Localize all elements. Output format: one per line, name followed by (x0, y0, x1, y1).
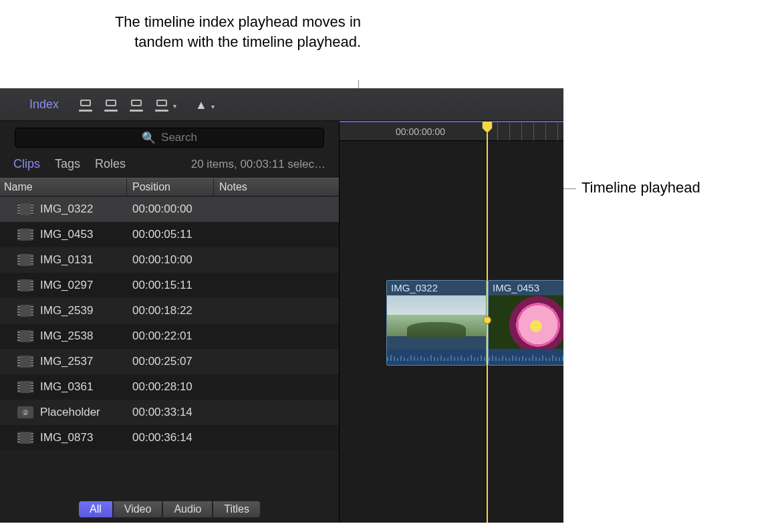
placeholder-icon: ② (17, 406, 33, 418)
clip-position: 00:00:33:14 (127, 406, 214, 419)
table-row[interactable]: IMG_029700:00:15:11 (0, 273, 339, 298)
index-summary: 20 items, 00:03:11 selec… (191, 158, 325, 171)
clip-name: IMG_2537 (40, 355, 93, 368)
search-icon: 🔍 (142, 131, 156, 145)
filmstrip-icon (17, 305, 33, 317)
clip-thumbnail (489, 295, 563, 349)
filter-titles[interactable]: Titles (213, 501, 261, 518)
table-row[interactable]: IMG_032200:00:00:00 (0, 196, 339, 222)
search-placeholder: Search (161, 131, 197, 144)
ruler-ticks (497, 122, 563, 140)
tab-tags[interactable]: Tags (55, 157, 80, 171)
clip-audio-waveform (387, 349, 486, 365)
filmstrip-icon (17, 229, 33, 241)
filmstrip-icon (17, 330, 33, 342)
clip-position: 00:00:05:11 (127, 228, 214, 241)
table-row[interactable]: IMG_253700:00:25:07 (0, 349, 339, 374)
column-headers: Name Position Notes (0, 178, 339, 196)
clip-name: Placeholder (40, 406, 100, 419)
filmstrip-icon (17, 432, 33, 444)
timeline-playhead[interactable] (487, 122, 488, 523)
clip-position: 00:00:15:11 (127, 279, 214, 292)
toolbar-icon-group: ▾ (78, 98, 170, 112)
clip-position: 00:00:36:14 (127, 431, 214, 444)
clip-position: 00:00:22:01 (127, 329, 214, 343)
playhead-marker-icon (483, 316, 491, 324)
index-rows: IMG_032200:00:00:00IMG_045300:00:05:11IM… (0, 196, 339, 496)
clip-name: IMG_2538 (40, 329, 93, 343)
track-area[interactable]: IMG_0322 IMG_0453 (340, 141, 563, 523)
col-notes[interactable]: Notes (214, 178, 339, 196)
insert-tool-icon[interactable] (78, 98, 94, 112)
chevron-down-icon: ▾ (173, 102, 176, 110)
search-input[interactable]: 🔍 Search (15, 128, 324, 148)
filmstrip-icon (17, 254, 33, 266)
ruler-start-timecode: 00:00:00:00 (396, 126, 445, 137)
table-row[interactable]: IMG_036100:00:28:10 (0, 374, 339, 400)
table-row[interactable]: IMG_253800:00:22:01 (0, 323, 339, 349)
index-tabs: Clips Tags Roles 20 items, 00:03:11 sele… (0, 152, 339, 178)
clip-label: IMG_0453 (493, 282, 539, 293)
clip-name: IMG_0453 (40, 228, 93, 241)
clip-name: IMG_2539 (40, 304, 93, 317)
clip-position: 00:00:00:00 (127, 203, 214, 216)
timeline-clip[interactable]: IMG_0322 (386, 280, 487, 366)
clip-thumbnail (387, 295, 486, 349)
clip-name: IMG_0322 (40, 203, 93, 216)
filter-video[interactable]: Video (113, 501, 163, 518)
table-row[interactable]: ②Placeholder00:00:33:14 (0, 400, 339, 425)
callout-top-text: The timeline index playhead moves in tan… (114, 12, 361, 51)
filmstrip-icon (17, 381, 33, 393)
overwrite-tool-icon[interactable] (128, 98, 144, 112)
clip-name: IMG_0361 (40, 380, 93, 394)
append-tool-icon[interactable] (103, 98, 119, 112)
timeline-clip[interactable]: IMG_0453 (488, 280, 563, 366)
col-name[interactable]: Name (0, 178, 127, 196)
tab-roles[interactable]: Roles (95, 157, 126, 171)
filmstrip-icon (17, 203, 33, 215)
app-window: Index ▾ ▲▾ 🔍 Search Clips Tags Roles 20 … (0, 88, 563, 523)
chevron-down-icon: ▾ (211, 103, 215, 110)
table-row[interactable]: IMG_253900:00:18:22 (0, 298, 339, 323)
filmstrip-icon (17, 279, 33, 291)
clip-audio-waveform (489, 349, 563, 365)
table-row[interactable]: IMG_013100:00:10:00 (0, 247, 339, 273)
table-row[interactable]: IMG_087300:00:36:14 (0, 425, 339, 450)
col-position[interactable]: Position (127, 178, 214, 196)
tab-clips[interactable]: Clips (13, 157, 40, 171)
clip-position: 00:00:25:07 (127, 355, 214, 368)
timeline-index-panel: 🔍 Search Clips Tags Roles 20 items, 00:0… (0, 121, 340, 523)
index-button[interactable]: Index (29, 98, 59, 112)
connect-tool-icon[interactable]: ▾ (154, 98, 170, 112)
timeline-area[interactable]: 00:00:00:00 IMG_0322 IMG_0453 (340, 121, 563, 523)
clip-name: IMG_0873 (40, 431, 93, 444)
filter-bar: All Video Audio Titles (0, 496, 339, 523)
table-row[interactable]: IMG_045300:00:05:11 (0, 222, 339, 247)
filter-audio[interactable]: Audio (162, 501, 213, 518)
clip-name: IMG_0297 (40, 279, 93, 292)
clip-label: IMG_0322 (391, 282, 438, 293)
filmstrip-icon (17, 356, 33, 368)
filter-all[interactable]: All (78, 501, 113, 518)
clip-name: IMG_0131 (40, 253, 93, 267)
clip-position: 00:00:18:22 (127, 304, 214, 317)
timeline-ruler[interactable]: 00:00:00:00 (340, 122, 563, 141)
callout-right-text: Timeline playhead (581, 179, 700, 196)
clip-position: 00:00:10:00 (127, 253, 214, 267)
clip-position: 00:00:28:10 (127, 380, 214, 394)
select-tool-icon[interactable]: ▲▾ (195, 98, 209, 112)
toolbar: Index ▾ ▲▾ (0, 89, 563, 121)
